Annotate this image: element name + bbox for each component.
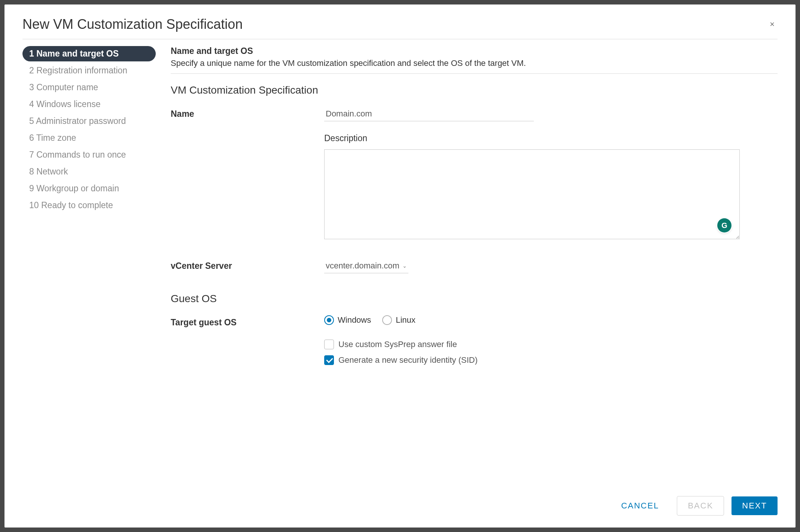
step-number: 8: [29, 167, 34, 176]
step-time-zone[interactable]: 6 Time zone: [22, 130, 156, 146]
vcenter-value: vcenter.domain.com: [326, 261, 399, 271]
step-number: 7: [29, 150, 34, 159]
modal-body: 1 Name and target OS 2 Registration info…: [22, 39, 778, 489]
checkbox-icon: [324, 355, 334, 365]
checkbox-icon: [324, 340, 334, 349]
vcenter-row: vCenter Server vcenter.domain.com ⌄: [171, 259, 778, 273]
step-name-and-target-os[interactable]: 1 Name and target OS: [22, 46, 156, 61]
back-button[interactable]: BACK: [677, 496, 724, 516]
chevron-down-icon: ⌄: [402, 263, 407, 269]
step-commands-to-run-once[interactable]: 7 Commands to run once: [22, 147, 156, 162]
next-button[interactable]: NEXT: [731, 496, 778, 515]
step-label: Registration information: [36, 66, 127, 75]
step-label: Commands to run once: [36, 150, 126, 159]
step-number: 1: [29, 49, 34, 58]
step-windows-license[interactable]: 4 Windows license: [22, 97, 156, 112]
step-number: 10: [29, 200, 39, 210]
section-title: Name and target OS: [171, 46, 778, 56]
step-label: Windows license: [36, 99, 100, 109]
guest-os-heading: Guest OS: [171, 293, 778, 305]
section-subtitle: Specify a unique name for the VM customi…: [171, 58, 778, 74]
step-computer-name[interactable]: 3 Computer name: [22, 80, 156, 95]
target-guest-os-row: Target guest OS Windows Linux: [171, 315, 778, 328]
grammarly-icon[interactable]: [717, 218, 731, 232]
sid-checkbox[interactable]: Generate a new security identity (SID): [324, 355, 778, 365]
step-label: Ready to complete: [41, 200, 113, 210]
description-label: Description: [324, 133, 778, 143]
radio-label: Windows: [338, 315, 371, 325]
modal-header: New VM Customization Specification ×: [22, 16, 778, 39]
step-number: 5: [29, 116, 34, 126]
checkbox-label: Use custom SysPrep answer file: [338, 340, 457, 349]
wizard-footer: CANCEL BACK NEXT: [22, 489, 778, 516]
sysprep-checkbox[interactable]: Use custom SysPrep answer file: [324, 340, 778, 349]
close-icon[interactable]: ×: [767, 19, 778, 29]
target-guest-os-label: Target guest OS: [171, 315, 324, 328]
name-label: Name: [171, 107, 324, 119]
step-label: Administrator password: [36, 116, 126, 126]
checkbox-label: Generate a new security identity (SID): [338, 355, 478, 365]
step-label: Time zone: [36, 133, 76, 143]
name-input[interactable]: [324, 107, 534, 121]
wizard-modal: New VM Customization Specification × 1 N…: [4, 4, 796, 528]
step-label: Name and target OS: [36, 49, 119, 58]
vm-spec-heading: VM Customization Specification: [171, 84, 778, 96]
step-ready-to-complete[interactable]: 10 Ready to complete: [22, 198, 156, 213]
step-label: Workgroup or domain: [36, 183, 119, 193]
step-number: 6: [29, 133, 34, 143]
step-label: Network: [36, 167, 68, 176]
description-textarea[interactable]: [324, 149, 740, 239]
step-number: 4: [29, 99, 34, 109]
step-number: 3: [29, 82, 34, 92]
step-number: 9: [29, 183, 34, 193]
os-radio-group: Windows Linux: [324, 315, 778, 325]
step-registration-information[interactable]: 2 Registration information: [22, 63, 156, 78]
name-row: Name: [171, 107, 778, 121]
wizard-content: Name and target OS Specify a unique name…: [165, 46, 778, 489]
cancel-button[interactable]: CANCEL: [611, 496, 669, 515]
os-options-row: Use custom SysPrep answer file Generate …: [171, 340, 778, 371]
step-administrator-password[interactable]: 5 Administrator password: [22, 113, 156, 129]
description-row: Description: [171, 133, 778, 241]
os-radio-windows[interactable]: Windows: [324, 315, 371, 325]
vcenter-label: vCenter Server: [171, 259, 324, 271]
step-workgroup-or-domain[interactable]: 9 Workgroup or domain: [22, 181, 156, 196]
radio-label: Linux: [396, 315, 416, 325]
wizard-steps-sidebar: 1 Name and target OS 2 Registration info…: [22, 46, 165, 489]
modal-title: New VM Customization Specification: [22, 16, 243, 32]
step-label: Computer name: [36, 82, 98, 92]
vcenter-dropdown[interactable]: vcenter.domain.com ⌄: [324, 259, 408, 273]
radio-icon: [382, 315, 392, 325]
radio-icon: [324, 315, 334, 325]
step-number: 2: [29, 66, 34, 75]
step-network[interactable]: 8 Network: [22, 164, 156, 179]
os-radio-linux[interactable]: Linux: [382, 315, 416, 325]
